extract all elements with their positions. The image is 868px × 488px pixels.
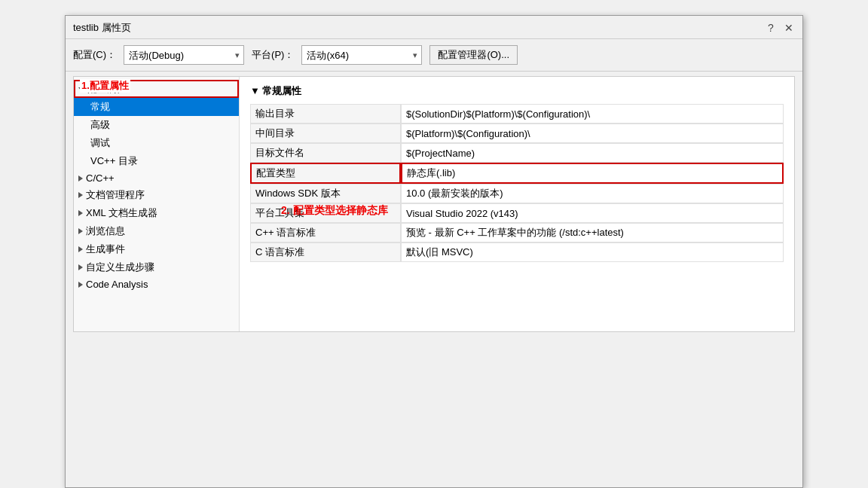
prop-value[interactable]: $(ProjectName) — [401, 143, 784, 163]
prop-value[interactable]: 静态库(.lib) — [401, 163, 784, 184]
table-row: 输出目录 $(SolutionDir)$(Platform)\$(Configu… — [250, 104, 784, 124]
prop-name: 平台工具集 — [250, 203, 401, 223]
main-area: 配置属性 1.配置属性 常规 高级 调试 VC++ 目录 C — [73, 76, 795, 332]
section-title-text: ▼ 常规属性 — [250, 84, 301, 98]
group-custom-build[interactable]: 自定义生成步骤 — [74, 258, 239, 276]
bottom-area — [66, 337, 802, 487]
group-browse[interactable]: 浏览信息 — [74, 222, 239, 240]
expand-icon — [78, 87, 84, 91]
sidebar-item-debug[interactable]: 调试 — [74, 134, 239, 152]
docmgr-expand-icon — [78, 192, 83, 198]
property-dialog: testlib 属性页 ? ✕ 配置(C)： 活动(Debug) 平台(P)： … — [65, 15, 803, 488]
group-xml-label: XML 文档生成器 — [86, 206, 157, 220]
prop-name: C 语言标准 — [250, 242, 401, 262]
build-events-expand-icon — [78, 246, 83, 252]
browse-expand-icon — [78, 228, 83, 234]
sidebar-item-advanced-label: 高级 — [90, 118, 110, 132]
content-area: ▼ 常规属性 输出目录 $(SolutionDir)$(Platform)\$(… — [240, 77, 794, 331]
group-docmgr[interactable]: 文档管理程序 — [74, 186, 239, 204]
config-manager-button[interactable]: 配置管理器(O)... — [429, 45, 518, 65]
prop-value[interactable]: 10.0 (最新安装的版本) — [401, 184, 784, 203]
title-bar: testlib 属性页 ? ✕ — [66, 16, 802, 39]
config-bar: 配置(C)： 活动(Debug) 平台(P)： 活动(x64) 配置管理器(O)… — [66, 39, 802, 72]
table-row: C 语言标准 默认(旧 MSVC) — [250, 242, 784, 262]
group-cpp-label: C/C++ — [86, 172, 115, 184]
sidebar-item-debug-label: 调试 — [90, 136, 110, 150]
config-select-wrapper[interactable]: 活动(Debug) — [124, 45, 244, 65]
config-select[interactable]: 活动(Debug) — [124, 45, 244, 65]
config-type-row: 配置类型 静态库(.lib) — [250, 163, 784, 184]
group-build-events[interactable]: 生成事件 — [74, 240, 239, 258]
group-build-events-label: 生成事件 — [86, 242, 125, 256]
xml-expand-icon — [78, 210, 83, 216]
prop-value[interactable]: 默认(旧 MSVC) — [401, 242, 784, 262]
platform-select-wrapper[interactable]: 活动(x64) — [301, 45, 422, 65]
platform-select[interactable]: 活动(x64) — [301, 45, 422, 65]
platform-label: 平台(P)： — [252, 48, 294, 62]
window-title: testlib 属性页 — [73, 21, 131, 35]
prop-name: 中间目录 — [250, 124, 401, 143]
title-bar-controls: ? ✕ — [763, 20, 796, 35]
group-browse-label: 浏览信息 — [86, 224, 125, 238]
section-title: ▼ 常规属性 — [250, 84, 784, 98]
sidebar-item-vc-dirs-label: VC++ 目录 — [90, 154, 138, 168]
group-custom-build-label: 自定义生成步骤 — [86, 261, 154, 274]
table-row: C++ 语言标准 预览 - 最新 C++ 工作草案中的功能 (/std:c++l… — [250, 223, 784, 242]
prop-name: 配置类型 — [250, 163, 401, 184]
cpp-expand-icon — [78, 175, 83, 181]
prop-value[interactable]: $(SolutionDir)$(Platform)\$(Configuratio… — [401, 104, 784, 124]
sidebar-item-advanced[interactable]: 高级 — [74, 116, 239, 134]
custom-build-expand-icon — [78, 264, 83, 270]
group-docmgr-label: 文档管理程序 — [86, 188, 145, 202]
table-row: 中间目录 $(Platform)\$(Configuration)\ — [250, 124, 784, 143]
code-analysis-expand-icon — [78, 282, 83, 288]
prop-name: C++ 语言标准 — [250, 223, 401, 242]
sidebar-item-general-label: 常规 — [90, 100, 110, 114]
sidebar: 配置属性 1.配置属性 常规 高级 调试 VC++ 目录 C — [74, 77, 240, 331]
config-properties-header[interactable]: 配置属性 — [74, 80, 239, 98]
config-label: 配置(C)： — [73, 48, 116, 62]
sidebar-item-vc-dirs[interactable]: VC++ 目录 — [74, 152, 239, 170]
prop-value[interactable]: 预览 - 最新 C++ 工作草案中的功能 (/std:c++latest) — [401, 223, 784, 242]
config-properties-label: 配置属性 — [87, 82, 127, 96]
table-row: 平台工具集 Visual Studio 2022 (v143) 2. 配置类型选… — [250, 203, 784, 223]
prop-value: Visual Studio 2022 (v143) 2. 配置类型选择静态库 — [401, 203, 784, 223]
group-xml[interactable]: XML 文档生成器 — [74, 204, 239, 222]
sidebar-item-general[interactable]: 常规 — [74, 98, 239, 116]
prop-name: 输出目录 — [250, 104, 401, 124]
table-row: 目标文件名 $(ProjectName) — [250, 143, 784, 163]
prop-name: 目标文件名 — [250, 143, 401, 163]
sidebar-section-header-wrapper: 配置属性 1.配置属性 — [74, 80, 239, 98]
help-button[interactable]: ? — [763, 20, 778, 35]
group-cpp[interactable]: C/C++ — [74, 170, 239, 186]
group-code-analysis-label: Code Analysis — [86, 279, 148, 290]
close-button[interactable]: ✕ — [781, 20, 796, 35]
prop-value[interactable]: $(Platform)\$(Configuration)\ — [401, 124, 784, 143]
properties-table: 输出目录 $(SolutionDir)$(Platform)\$(Configu… — [250, 104, 784, 262]
prop-name: Windows SDK 版本 — [250, 184, 401, 203]
group-code-analysis[interactable]: Code Analysis — [74, 276, 239, 292]
table-row: Windows SDK 版本 10.0 (最新安装的版本) — [250, 184, 784, 203]
